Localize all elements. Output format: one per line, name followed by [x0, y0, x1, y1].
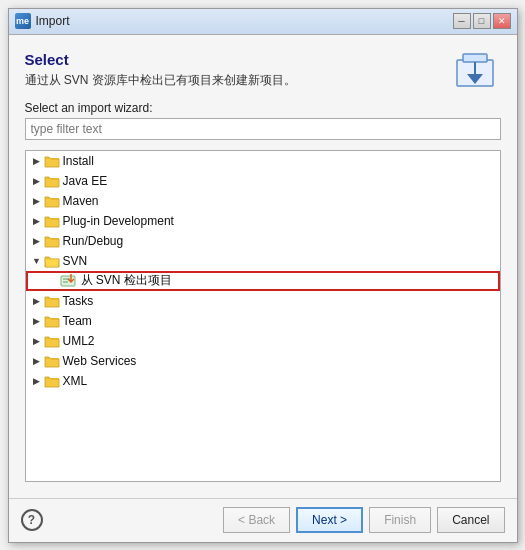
tree-label-team: Team: [63, 314, 92, 328]
folder-icon: [44, 314, 60, 328]
expand-icon: ▶: [30, 354, 44, 368]
folder-icon: [44, 374, 60, 388]
import-icon: [453, 51, 501, 91]
minimize-button[interactable]: ─: [453, 13, 471, 29]
tree-label-uml2: UML2: [63, 334, 95, 348]
expand-icon: ▶: [30, 194, 44, 208]
wizard-tree[interactable]: ▶ Install ▶ Java EE ▶: [25, 150, 501, 482]
import-dialog: me Import ─ □ ✕ Select 通过从 SVN 资源库中检出已有项…: [8, 8, 518, 543]
expand-icon: ▶: [30, 154, 44, 168]
help-button[interactable]: ?: [21, 509, 43, 531]
tree-item-javaee[interactable]: ▶ Java EE: [26, 171, 500, 191]
tree-item-svn[interactable]: ▼ SVN: [26, 251, 500, 271]
section-subtitle: 通过从 SVN 资源库中检出已有项目来创建新项目。: [25, 72, 296, 89]
expand-icon: ▶: [30, 214, 44, 228]
expand-icon: ▶: [30, 374, 44, 388]
folder-icon: [44, 194, 60, 208]
svn-checkout-icon: [60, 273, 78, 289]
expand-icon: ▶: [30, 294, 44, 308]
tree-label-svn: SVN: [63, 254, 88, 268]
tree-item-install[interactable]: ▶ Install: [26, 151, 500, 171]
tree-item-tasks[interactable]: ▶ Tasks: [26, 291, 500, 311]
svg-rect-1: [463, 54, 487, 62]
tree-item-plugin[interactable]: ▶ Plug-in Development: [26, 211, 500, 231]
tree-item-rundebug[interactable]: ▶ Run/Debug: [26, 231, 500, 251]
cancel-button[interactable]: Cancel: [437, 507, 504, 533]
tree-item-team[interactable]: ▶ Team: [26, 311, 500, 331]
expand-icon: ▶: [30, 334, 44, 348]
folder-icon: [44, 234, 60, 248]
finish-button[interactable]: Finish: [369, 507, 431, 533]
back-button[interactable]: < Back: [223, 507, 290, 533]
window-title: Import: [36, 14, 70, 28]
dialog-content: Select 通过从 SVN 资源库中检出已有项目来创建新项目。 Select …: [9, 35, 517, 498]
tree-label-javaee: Java EE: [63, 174, 108, 188]
tree-item-xml[interactable]: ▶ XML: [26, 371, 500, 391]
titlebar: me Import ─ □ ✕: [9, 9, 517, 35]
close-button[interactable]: ✕: [493, 13, 511, 29]
tree-label-tasks: Tasks: [63, 294, 94, 308]
tree-label-plugin: Plug-in Development: [63, 214, 174, 228]
tree-label-svn-checkout: 从 SVN 检出项目: [81, 272, 172, 289]
folder-icon: [44, 294, 60, 308]
tree-item-svn-checkout[interactable]: 从 SVN 检出项目: [26, 271, 500, 291]
filter-label: Select an import wizard:: [25, 101, 501, 115]
folder-icon: [44, 154, 60, 168]
next-button[interactable]: Next >: [296, 507, 363, 533]
folder-icon: [44, 334, 60, 348]
dialog-footer: ? < Back Next > Finish Cancel: [9, 498, 517, 542]
expand-icon: ▶: [30, 314, 44, 328]
expand-icon: ▶: [30, 234, 44, 248]
section-title: Select: [25, 51, 296, 68]
expand-icon: ▼: [30, 254, 44, 268]
tree-item-uml2[interactable]: ▶ UML2: [26, 331, 500, 351]
folder-icon: [44, 214, 60, 228]
filter-input[interactable]: [25, 118, 501, 140]
app-icon: me: [15, 13, 31, 29]
tree-label-install: Install: [63, 154, 94, 168]
tree-label-rundebug: Run/Debug: [63, 234, 124, 248]
maximize-button[interactable]: □: [473, 13, 491, 29]
tree-label-webservices: Web Services: [63, 354, 137, 368]
folder-icon: [44, 174, 60, 188]
tree-label-xml: XML: [63, 374, 88, 388]
section-header: Select 通过从 SVN 资源库中检出已有项目来创建新项目。: [25, 51, 501, 91]
folder-open-icon: [44, 254, 60, 268]
folder-icon: [44, 354, 60, 368]
tree-item-webservices[interactable]: ▶ Web Services: [26, 351, 500, 371]
tree-label-maven: Maven: [63, 194, 99, 208]
tree-item-maven[interactable]: ▶ Maven: [26, 191, 500, 211]
expand-icon: ▶: [30, 174, 44, 188]
